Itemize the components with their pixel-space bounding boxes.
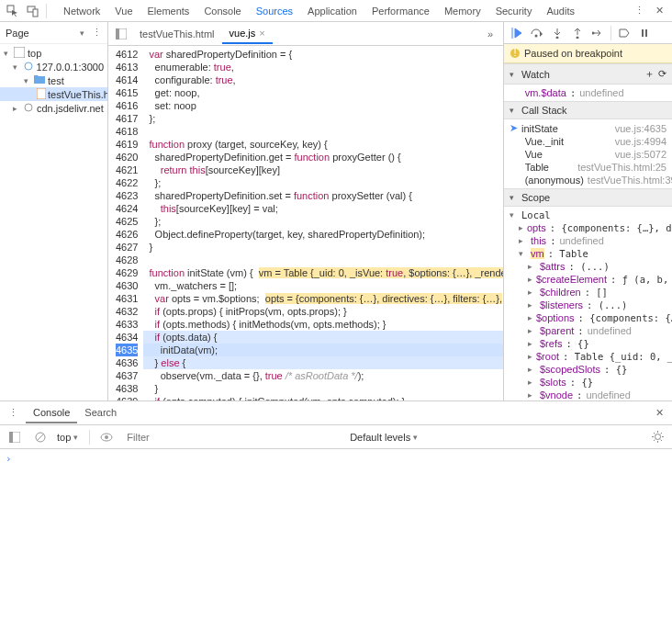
step-over-icon[interactable] — [528, 25, 546, 41]
inspect-icon[interactable] — [4, 3, 22, 19]
file-tab[interactable]: vue.js× — [222, 24, 273, 44]
svg-point-8 — [556, 36, 559, 39]
svg-point-10 — [592, 31, 595, 34]
scope-section-header[interactable]: ▾Scope — [504, 188, 672, 207]
svg-line-18 — [37, 434, 44, 441]
clear-console-icon[interactable] — [31, 429, 50, 446]
scope-item[interactable]: ▸this: undefined — [504, 234, 672, 247]
panel-tab-sources[interactable]: Sources — [249, 2, 300, 20]
watch-section-header[interactable]: ▾Watch ＋ ⟳ — [504, 63, 672, 85]
scope-item[interactable]: ▸$root: Table {_uid: 0, _isVue… — [504, 350, 672, 363]
svg-rect-2 — [33, 9, 38, 17]
scope-item[interactable]: ▸$scopedSlots: {} — [504, 363, 672, 376]
close-devtools-icon[interactable]: ✕ — [650, 3, 668, 19]
device-toggle-icon[interactable] — [24, 3, 42, 19]
context-selector[interactable]: top ▾ — [57, 432, 82, 443]
more-icon[interactable]: ⋮ — [630, 3, 648, 19]
console-body[interactable]: › — [0, 449, 672, 643]
scope-item[interactable]: ▸$options: {components: {…}, d… — [504, 311, 672, 324]
scope-item[interactable]: ▸$parent: undefined — [504, 324, 672, 337]
step-into-icon[interactable] — [548, 25, 566, 41]
scope-item[interactable]: ▸opts: {components: {…}, directi… — [504, 221, 672, 234]
navigator-title: Page — [6, 28, 29, 39]
console-drawer: ⋮ ConsoleSearch ✕ top ▾ Default levels ▾… — [0, 400, 672, 643]
scope-item[interactable]: ▸$createElement: ƒ (a, b, c, d) — [504, 273, 672, 286]
svg-line-29 — [660, 433, 661, 434]
scope-item[interactable]: ▸$slots: {} — [504, 376, 672, 389]
live-expression-icon[interactable] — [97, 429, 116, 446]
paused-banner: ! Paused on breakpoint — [504, 44, 672, 63]
more-tabs-icon[interactable]: » — [481, 26, 499, 42]
panel-tab-performance[interactable]: Performance — [364, 2, 437, 20]
panel-tab-vue[interactable]: Vue — [107, 2, 140, 20]
callstack-section-header[interactable]: ▾Call Stack — [504, 101, 672, 119]
console-filter-input[interactable] — [123, 430, 342, 445]
scope-item[interactable]: ▸$listeners: (...) — [504, 299, 672, 311]
stack-frame[interactable]: TabletestVueThis.html:25 — [504, 161, 672, 174]
svg-rect-6 — [116, 28, 119, 39]
svg-point-21 — [655, 434, 660, 440]
sidebar-toggle-icon[interactable] — [6, 429, 24, 446]
panel-tab-application[interactable]: Application — [300, 2, 364, 20]
svg-line-28 — [654, 440, 655, 441]
scope-item[interactable]: ▾vm: Table — [504, 247, 672, 260]
refresh-watch-icon[interactable]: ⟳ — [658, 68, 666, 80]
devtools-toolbar: NetworkVueElementsConsoleSourcesApplicat… — [0, 0, 672, 22]
debugger-toolbar — [504, 22, 672, 44]
svg-text:!: ! — [513, 48, 516, 58]
console-menu-icon[interactable]: ⋮ — [4, 405, 22, 422]
panel-tab-network[interactable]: Network — [56, 2, 107, 20]
svg-rect-3 — [14, 47, 25, 58]
panel-tab-audits[interactable]: Audits — [539, 2, 582, 20]
svg-line-26 — [654, 433, 655, 434]
panel-tab-elements[interactable]: Elements — [140, 2, 197, 20]
file-tabs: testVueThis.htmlvue.js× » — [108, 22, 503, 46]
panel-tab-console[interactable]: Console — [196, 2, 248, 20]
svg-rect-12 — [645, 29, 647, 37]
panel-tab-memory[interactable]: Memory — [437, 2, 488, 20]
stack-frame[interactable]: Vuevue.js:5072 — [504, 148, 672, 161]
console-prompt-icon: › — [6, 453, 12, 465]
stack-frame[interactable]: ➤ initStatevue.js:4635 — [504, 121, 672, 135]
console-settings-icon[interactable] — [648, 429, 666, 446]
scope-item[interactable]: ▸$refs: {} — [504, 337, 672, 350]
stack-frame[interactable]: Vue._initvue.js:4994 — [504, 135, 672, 148]
tree-folder[interactable]: ▾test — [0, 73, 107, 87]
tree-file[interactable]: testVueThis.html — [0, 87, 107, 101]
svg-rect-4 — [37, 88, 46, 99]
scope-item[interactable]: ▸$attrs: (...) — [504, 260, 672, 273]
scope-local-header[interactable]: ▾Local — [504, 209, 672, 221]
tree-origin[interactable]: ▾127.0.0.1:3000 — [0, 60, 107, 73]
step-icon[interactable] — [588, 25, 607, 41]
console-tab-console[interactable]: Console — [26, 403, 77, 423]
tree-cdn[interactable]: ▸cdn.jsdelivr.net — [0, 101, 107, 115]
file-tab[interactable]: testVueThis.html — [132, 24, 222, 44]
svg-point-20 — [105, 435, 108, 439]
scope-item[interactable]: ▸$vnode: undefined — [504, 389, 672, 401]
log-levels-selector[interactable]: Default levels ▾ — [350, 432, 421, 443]
svg-rect-11 — [642, 29, 644, 37]
svg-rect-16 — [9, 432, 13, 443]
svg-point-9 — [577, 36, 579, 39]
chevron-down-icon[interactable]: ▾ — [80, 28, 88, 38]
step-out-icon[interactable] — [568, 25, 587, 41]
add-watch-icon[interactable]: ＋ — [644, 67, 655, 81]
scope-item[interactable]: ▸$children: [] — [504, 286, 672, 299]
pause-exceptions-icon[interactable] — [635, 25, 654, 41]
show-navigator-icon[interactable] — [112, 26, 130, 42]
console-tab-search[interactable]: Search — [77, 403, 124, 423]
svg-point-7 — [535, 34, 538, 37]
more-icon[interactable]: ⋮ — [92, 27, 102, 39]
stack-frame[interactable]: (anonymous)testVueThis.html:39 — [504, 174, 672, 186]
svg-line-27 — [660, 440, 661, 441]
resume-icon[interactable] — [508, 25, 526, 41]
tree-top[interactable]: ▾top — [0, 46, 107, 60]
deactivate-breakpoints-icon[interactable] — [615, 25, 633, 41]
close-drawer-icon[interactable]: ✕ — [650, 405, 668, 422]
info-icon: ! — [510, 48, 521, 59]
watch-item[interactable]: vm.$data: undefined — [504, 86, 672, 99]
panel-tabs: NetworkVueElementsConsoleSourcesApplicat… — [50, 0, 628, 22]
panel-tab-security[interactable]: Security — [488, 2, 540, 20]
